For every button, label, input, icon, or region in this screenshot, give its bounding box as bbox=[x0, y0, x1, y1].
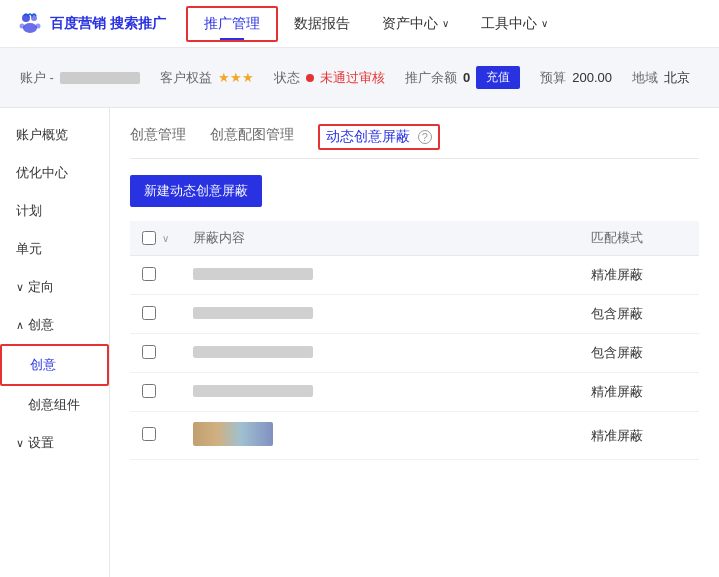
content-blurred-text bbox=[193, 385, 313, 397]
table-row: 精准屏蔽 bbox=[130, 256, 699, 295]
row-checkbox-cell bbox=[130, 256, 181, 295]
row-content-cell bbox=[181, 256, 579, 295]
table-row: 精准屏蔽 bbox=[130, 373, 699, 412]
sidebar-item-optimize[interactable]: 优化中心 bbox=[0, 154, 109, 192]
shield-table: ∨ 屏蔽内容 匹配模式 精准屏蔽 包含屏蔽 bbox=[130, 221, 699, 460]
nav-item-tools[interactable]: 工具中心 ∨ bbox=[465, 0, 564, 48]
balance-area: 推广余额 0 充值 bbox=[405, 66, 520, 89]
budget-label: 预算 bbox=[540, 69, 566, 87]
row-match-cell: 精准屏蔽 bbox=[579, 256, 699, 295]
new-dynamic-creative-shield-button[interactable]: 新建动态创意屏蔽 bbox=[130, 175, 262, 207]
row-match-cell: 包含屏蔽 bbox=[579, 295, 699, 334]
targeting-arrow-icon: ∨ bbox=[16, 281, 24, 294]
main-nav: 推广管理 数据报告 资产中心 ∨ 工具中心 ∨ bbox=[186, 0, 564, 47]
content-blurred-text bbox=[193, 268, 313, 280]
account-name-area: 账户 - bbox=[20, 69, 140, 87]
budget-value: 200.00 bbox=[572, 70, 612, 85]
content-tabs: 创意管理 创意配图管理 动态创意屏蔽 ? bbox=[130, 124, 699, 159]
row-checkbox[interactable] bbox=[142, 345, 156, 359]
svg-point-2 bbox=[23, 23, 37, 33]
budget-area: 预算 200.00 bbox=[540, 69, 612, 87]
stars-display: ★★★ bbox=[218, 70, 254, 85]
nav-item-assets[interactable]: 资产中心 ∨ bbox=[366, 0, 465, 48]
svg-point-3 bbox=[20, 23, 25, 28]
tab-help-icon[interactable]: ? bbox=[418, 130, 432, 144]
table-header-checkbox: ∨ bbox=[130, 221, 181, 256]
svg-point-4 bbox=[36, 23, 41, 28]
status-label: 状态 bbox=[274, 69, 300, 87]
status-area: 状态 未通过审核 bbox=[274, 69, 385, 87]
sidebar-item-creative-component[interactable]: 创意组件 bbox=[0, 386, 109, 424]
content-blurred-text bbox=[193, 346, 313, 358]
sidebar-item-plan[interactable]: 计划 bbox=[0, 192, 109, 230]
select-all-checkbox[interactable] bbox=[142, 231, 156, 245]
sidebar-group-creative[interactable]: ∧ 创意 bbox=[0, 306, 109, 344]
sidebar-item-creative[interactable]: 创意 bbox=[0, 344, 109, 386]
balance-value: 0 bbox=[463, 70, 470, 85]
row-checkbox-cell bbox=[130, 334, 181, 373]
customer-rights: 客户权益 ★★★ bbox=[160, 69, 254, 87]
assets-arrow-icon: ∨ bbox=[442, 18, 449, 29]
region-value: 北京 bbox=[664, 69, 690, 87]
rights-label: 客户权益 bbox=[160, 69, 212, 87]
row-match-cell: 精准屏蔽 bbox=[579, 412, 699, 460]
sidebar-group-settings[interactable]: ∨ 设置 bbox=[0, 424, 109, 462]
status-dot-icon bbox=[306, 74, 314, 82]
row-checkbox[interactable] bbox=[142, 384, 156, 398]
region-label: 地域 bbox=[632, 69, 658, 87]
creative-arrow-icon: ∧ bbox=[16, 319, 24, 332]
table-row: 精准屏蔽 bbox=[130, 412, 699, 460]
tools-arrow-icon: ∨ bbox=[541, 18, 548, 29]
sidebar-group-targeting[interactable]: ∨ 定向 bbox=[0, 268, 109, 306]
account-name-blurred bbox=[60, 72, 140, 84]
row-checkbox[interactable] bbox=[142, 427, 156, 441]
recharge-button[interactable]: 充值 bbox=[476, 66, 520, 89]
row-checkbox[interactable] bbox=[142, 267, 156, 281]
content-area: 创意管理 创意配图管理 动态创意屏蔽 ? 新建动态创意屏蔽 ∨ 屏蔽内 bbox=[110, 108, 719, 577]
table-header-content: 屏蔽内容 bbox=[181, 221, 579, 256]
row-checkbox[interactable] bbox=[142, 306, 156, 320]
main-layout: 账户概览 优化中心 计划 单元 ∨ 定向 ∧ 创意 创意 创意组件 ∨ 设置 bbox=[0, 108, 719, 577]
row-content-cell bbox=[181, 373, 579, 412]
table-header-match: 匹配模式 bbox=[579, 221, 699, 256]
row-content-cell bbox=[181, 412, 579, 460]
tab-creative-management[interactable]: 创意管理 bbox=[130, 126, 186, 148]
nav-item-data[interactable]: 数据报告 bbox=[278, 0, 366, 48]
balance-label: 推广余额 bbox=[405, 69, 457, 87]
baidu-logo-icon bbox=[16, 10, 44, 38]
row-checkbox-cell bbox=[130, 373, 181, 412]
logo-area: 百度营销 搜索推广 bbox=[16, 10, 166, 38]
table-row: 包含屏蔽 bbox=[130, 295, 699, 334]
sort-arrow-icon: ∨ bbox=[162, 233, 169, 244]
logo-text: 百度营销 搜索推广 bbox=[50, 15, 166, 33]
sidebar-item-unit[interactable]: 单元 bbox=[0, 230, 109, 268]
status-value: 未通过审核 bbox=[320, 69, 385, 87]
table-row: 包含屏蔽 bbox=[130, 334, 699, 373]
row-match-cell: 包含屏蔽 bbox=[579, 334, 699, 373]
sidebar: 账户概览 优化中心 计划 单元 ∨ 定向 ∧ 创意 创意 创意组件 ∨ 设置 bbox=[0, 108, 110, 577]
row-content-cell bbox=[181, 295, 579, 334]
top-navigation: 百度营销 搜索推广 推广管理 数据报告 资产中心 ∨ 工具中心 ∨ bbox=[0, 0, 719, 48]
row-content-cell bbox=[181, 334, 579, 373]
content-blurred-text bbox=[193, 307, 313, 319]
row-checkbox-cell bbox=[130, 412, 181, 460]
content-image-blurred bbox=[193, 422, 273, 446]
account-bar: 账户 - 客户权益 ★★★ 状态 未通过审核 推广余额 0 充值 预算 200.… bbox=[0, 48, 719, 108]
sidebar-item-account-overview[interactable]: 账户概览 bbox=[0, 116, 109, 154]
account-label: 账户 - bbox=[20, 69, 54, 87]
region-area: 地域 北京 bbox=[632, 69, 690, 87]
row-checkbox-cell bbox=[130, 295, 181, 334]
nav-item-tuiguang[interactable]: 推广管理 bbox=[186, 6, 278, 42]
settings-arrow-icon: ∨ bbox=[16, 437, 24, 450]
tab-dynamic-creative-shield[interactable]: 动态创意屏蔽 ? bbox=[318, 124, 440, 150]
tab-creative-image-management[interactable]: 创意配图管理 bbox=[210, 126, 294, 148]
row-match-cell: 精准屏蔽 bbox=[579, 373, 699, 412]
